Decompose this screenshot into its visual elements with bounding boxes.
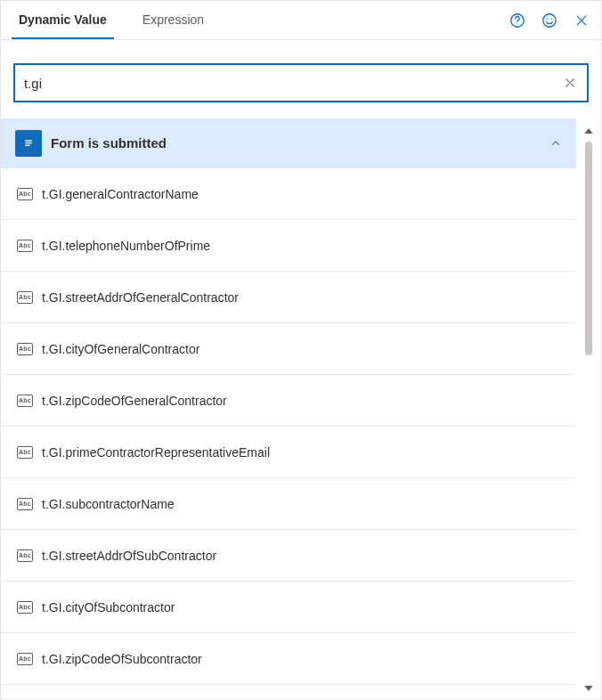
svg-rect-7 (25, 140, 32, 141)
list-item-label: t.GI.zipCodeOfSubcontractor (42, 652, 202, 666)
svg-point-2 (543, 13, 556, 26)
search-wrap (1, 40, 601, 118)
svg-point-4 (551, 18, 552, 19)
list-item-label: t.GI.generalContractorName (42, 187, 199, 201)
tab-label: Dynamic Value (19, 12, 107, 27)
list-item-label: t.GI.streetAddrOfSubContractor (42, 549, 216, 563)
scrollbar (576, 118, 601, 700)
smile-icon[interactable] (541, 12, 558, 29)
scroll-thumb[interactable] (585, 142, 592, 355)
scroll-up-icon[interactable] (582, 124, 596, 138)
form-icon (15, 130, 42, 157)
help-icon[interactable] (508, 12, 526, 29)
list-item[interactable]: Abct.GI.telephoneNumberOfPrime (1, 220, 576, 272)
list-item-label: t.GI.telephoneNumberOfPrime (42, 239, 210, 253)
scroll-track[interactable] (584, 142, 593, 678)
svg-point-1 (517, 23, 517, 24)
list-item[interactable]: Abct.GI.cityOfGeneralContractor (1, 323, 576, 375)
tab-expression[interactable]: Expression (135, 1, 211, 39)
close-icon[interactable] (573, 12, 590, 29)
list-item[interactable]: Abct.GI.generalContractorName (1, 168, 576, 220)
search-box (13, 63, 589, 102)
list-area: Form is submitted Abct.GI.generalContrac… (1, 118, 576, 700)
abc-icon: Abc (17, 240, 33, 252)
header-icons (508, 12, 590, 29)
svg-rect-9 (25, 144, 29, 145)
list-item[interactable]: Abct.GI.subcontractorName (1, 478, 576, 530)
group-header-form-submitted[interactable]: Form is submitted (1, 118, 576, 168)
content-row: Form is submitted Abct.GI.generalContrac… (1, 118, 601, 700)
list-item[interactable]: Abct.GI.zipCodeOfSubcontractor (1, 633, 576, 685)
list-item-label: t.GI.primeContractorRepresentativeEmail (42, 445, 270, 460)
abc-icon: Abc (17, 395, 33, 407)
abc-icon: Abc (17, 549, 33, 562)
abc-icon: Abc (17, 498, 33, 510)
chevron-up-icon[interactable] (548, 135, 564, 151)
list-item-label: t.GI.cityOfSubcontractor (42, 600, 175, 615)
abc-icon: Abc (17, 343, 33, 355)
clear-icon[interactable] (562, 75, 578, 91)
list-item-label: t.GI.subcontractorName (42, 497, 175, 511)
tab-label: Expression (142, 12, 204, 27)
abc-icon: Abc (17, 291, 33, 304)
list-item-label: t.GI.streetAddrOfGeneralContractor (42, 290, 239, 305)
abc-icon: Abc (17, 446, 33, 459)
list-item[interactable]: Abct.GI.streetAddrOfSubContractor (1, 530, 576, 582)
list-item-label: t.GI.cityOfGeneralContractor (42, 342, 199, 356)
tab-dynamic-value[interactable]: Dynamic Value (12, 1, 114, 39)
list-item[interactable]: Abct.GI.cityOfSubcontractor (1, 582, 576, 633)
svg-rect-8 (25, 142, 32, 142)
scroll-down-icon[interactable] (582, 681, 596, 696)
suggestion-list: Abct.GI.generalContractorNameAbct.GI.tel… (1, 168, 576, 685)
list-item[interactable]: Abct.GI.primeContractorRepresentativeEma… (1, 427, 576, 478)
group-title: Form is submitted (51, 135, 548, 151)
abc-icon: Abc (17, 601, 33, 614)
tabs-row: Dynamic Value Expression (1, 1, 601, 40)
abc-icon: Abc (17, 653, 33, 665)
list-item[interactable]: Abct.GI.zipCodeOfGeneralContractor (1, 375, 576, 427)
list-item[interactable]: Abct.GI.streetAddrOfGeneralContractor (1, 272, 576, 323)
abc-icon: Abc (17, 188, 33, 200)
list-item-label: t.GI.zipCodeOfGeneralContractor (42, 394, 227, 408)
search-input[interactable] (24, 65, 562, 101)
svg-point-3 (547, 18, 548, 19)
